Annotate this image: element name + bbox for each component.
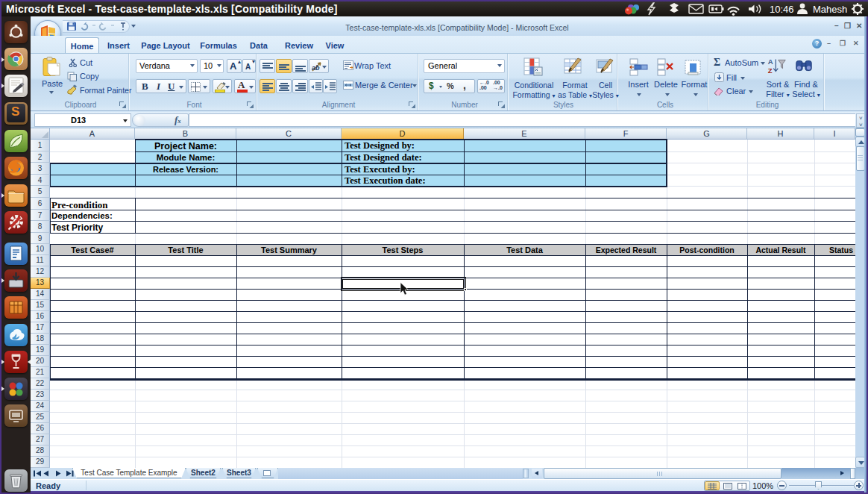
svg-text:A: A: [768, 57, 773, 66]
svg-text:ab: ab: [312, 64, 320, 72]
svg-text:Z: Z: [768, 66, 773, 75]
